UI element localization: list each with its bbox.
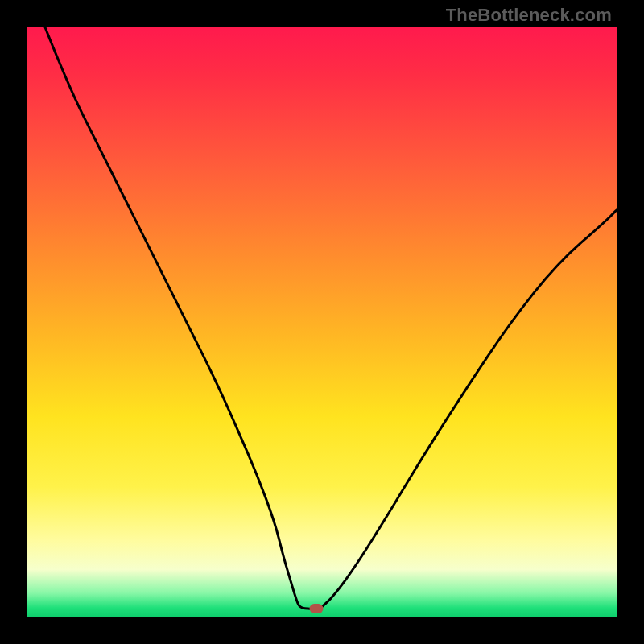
optimum-marker	[309, 604, 323, 613]
plot-background	[27, 27, 617, 617]
watermark-text: TheBottleneck.com	[446, 5, 612, 26]
chart-frame: TheBottleneck.com	[0, 0, 644, 644]
